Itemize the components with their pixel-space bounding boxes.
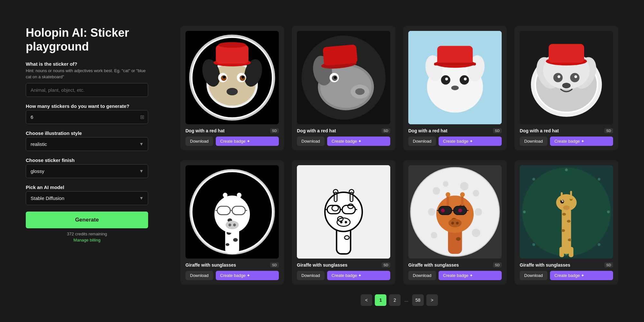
sd-badge-dog-2: SD [382,128,390,133]
create-badge-button-dog-3[interactable]: Create badge ✦ [439,137,502,146]
sticker-title-row-dog-1: Dog with a red hat SD [185,128,279,133]
svg-point-134 [562,213,566,216]
svg-rect-62 [217,206,231,215]
sticker-actions-giraffe-2: Download Create badge ✦ [297,271,390,280]
svg-point-136 [561,229,565,232]
next-page-button[interactable]: > [426,294,438,306]
sticker-image-giraffe-3 [408,165,502,259]
sticker-image-giraffe-2 [297,165,390,259]
svg-point-142 [562,200,563,202]
sticker-name-giraffe-2: Giraffe with sunglasses [297,262,379,268]
svg-point-137 [568,239,572,242]
create-badge-button-dog-2[interactable]: Create badge ✦ [327,137,390,146]
model-label: Pick an AI model [26,185,148,190]
svg-point-96 [443,181,448,186]
svg-point-6 [227,88,238,95]
svg-point-68 [228,223,231,226]
sticker-image-giraffe-1 [185,165,279,259]
sticker-image-giraffe-4 [520,165,613,259]
page-2-button[interactable]: 2 [389,294,401,306]
download-button-dog-4[interactable]: Download [520,137,547,146]
svg-point-89 [345,221,347,223]
sd-badge-giraffe-3: SD [493,262,502,268]
generate-button[interactable]: Generate [26,212,148,228]
download-button-dog-1[interactable]: Download [185,137,213,146]
finish-select[interactable]: glossy matte holographic [26,164,148,178]
svg-point-98 [473,190,479,196]
create-badge-button-giraffe-1[interactable]: Create badge ✦ [216,271,279,280]
sticker-name-giraffe-4: Giraffe with sunglasses [520,262,602,268]
sticker-title-row-giraffe-2: Giraffe with sunglasses SD [297,262,390,268]
download-button-giraffe-3[interactable]: Download [408,271,436,280]
sticker-name-dog-2: Dog with a red hat [297,128,379,133]
svg-rect-146 [559,247,564,257]
sticker-title-row-giraffe-3: Giraffe with sunglasses SD [408,262,502,268]
sticker-title-row-dog-3: Dog with a red hat SD [408,128,502,133]
sticker-title-row-dog-4: Dog with a red hat SD [520,128,613,133]
svg-point-117 [449,219,462,227]
download-button-dog-3[interactable]: Download [408,137,436,146]
sticker-actions-giraffe-3: Download Create badge ✦ [408,271,502,280]
svg-point-69 [233,223,236,226]
svg-rect-145 [570,191,572,199]
svg-point-72 [223,193,228,198]
style-select[interactable]: realistic cartoon anime watercolor 3d [26,137,148,151]
model-select[interactable]: Stable Diffusion DALL-E Midjourney [26,191,148,205]
sidebar: Holopin AI: Sticker playground What is t… [26,26,161,242]
style-select-wrap: realistic cartoon anime watercolor 3d ▼ [26,137,148,151]
sticker-actions-dog-4: Download Create badge ✦ [520,137,613,146]
sticker-grid-row1: Dog with a red hat SD Download Create ba… [180,26,618,150]
create-badge-button-dog-1[interactable]: Create badge ✦ [216,137,279,146]
download-button-giraffe-4[interactable]: Download [520,271,547,280]
billing-link[interactable]: Manage billing [26,238,148,242]
download-button-giraffe-1[interactable]: Download [185,271,213,280]
svg-point-57 [226,243,230,246]
sticker-card-giraffe-2: Giraffe with sunglasses SD Download Crea… [292,160,395,285]
svg-point-12 [242,76,244,79]
create-badge-button-giraffe-2[interactable]: Create badge ✦ [327,271,390,280]
page-last-button[interactable]: 58 [412,294,424,306]
sticker-actions-dog-3: Download Create badge ✦ [408,137,502,146]
svg-point-105 [456,237,461,241]
svg-rect-147 [569,247,573,257]
svg-point-15 [218,42,246,48]
app-title: Holopin AI: Sticker playground [26,26,148,53]
credits-text: 372 credits remaining [26,232,148,236]
page-1-button[interactable]: 1 [375,294,386,306]
sticker-card-dog-1: Dog with a red hat SD Download Create ba… [180,26,284,150]
svg-point-125 [565,168,568,171]
sticker-grid-row2: Giraffe with sunglasses SD Download Crea… [180,160,618,285]
sticker-actions-giraffe-4: Download Create badge ✦ [520,271,613,280]
svg-point-99 [428,208,435,215]
sticker-card-giraffe-3: Giraffe with sunglasses SD Download Crea… [403,160,507,285]
svg-point-100 [475,208,482,215]
svg-point-122 [446,192,450,197]
svg-point-115 [441,209,445,213]
svg-point-130 [598,178,601,181]
pagination: < 1 2 ... 58 > [180,294,618,306]
svg-point-24 [334,76,337,79]
svg-point-11 [223,76,226,79]
sd-badge-giraffe-1: SD [270,262,279,268]
svg-point-128 [607,211,610,213]
sticker-title-row-dog-2: Dog with a red hat SD [297,128,390,133]
svg-point-95 [432,187,440,194]
svg-point-143 [563,205,570,210]
download-button-giraffe-2[interactable]: Download [297,271,325,280]
style-label: Choose illustration style [26,130,148,136]
svg-point-73 [237,193,242,198]
svg-point-119 [456,222,459,224]
create-badge-button-giraffe-4[interactable]: Create badge ✦ [550,271,613,280]
download-button-dog-2[interactable]: Download [297,137,325,146]
prev-page-button[interactable]: < [361,294,372,306]
what-input[interactable] [26,83,148,97]
svg-point-132 [598,243,601,246]
count-input[interactable] [26,110,148,124]
sticker-name-giraffe-1: Giraffe with sunglasses [185,262,268,268]
svg-rect-120 [447,195,449,206]
count-input-wrap: ⊞ [26,110,148,124]
sticker-actions-dog-1: Download Create badge ✦ [185,137,279,146]
create-badge-button-dog-4[interactable]: Create badge ✦ [550,137,613,146]
create-badge-button-giraffe-3[interactable]: Create badge ✦ [439,271,502,280]
svg-rect-26 [323,44,358,66]
